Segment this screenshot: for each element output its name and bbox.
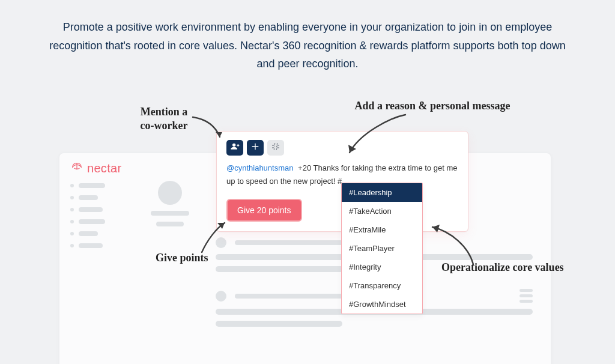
hashtag-option[interactable]: #Leadership: [342, 183, 422, 202]
hashtag-dropdown: #Leadership#TakeAction#ExtraMile#TeamPla…: [341, 183, 423, 314]
hashtag-icon: [271, 142, 280, 154]
menu-icon: [520, 289, 533, 303]
add-points-button[interactable]: [247, 140, 264, 156]
annotation-reason: Add a reason & personal message: [348, 99, 517, 113]
mention-user-button[interactable]: [226, 140, 243, 156]
give-points-button[interactable]: Give 20 points: [226, 199, 302, 222]
mention-text: @cynthiahuntsman: [226, 163, 293, 172]
arrow-reason-icon: [336, 112, 408, 160]
hashtag-option[interactable]: #TakeAction: [342, 202, 422, 220]
brand-name: nectar: [87, 162, 121, 175]
nectar-logo-icon: [70, 162, 83, 175]
arrow-points-icon: [198, 219, 228, 255]
hashtag-option[interactable]: #Transparency: [342, 276, 422, 295]
profile-skeleton: [139, 181, 201, 226]
person-add-icon: [230, 142, 240, 154]
brand: nectar: [70, 162, 121, 175]
annotation-mention: Mention a co-worker: [128, 105, 200, 132]
hashtag-option[interactable]: #TeamPlayer: [342, 239, 422, 258]
add-hashtag-button[interactable]: [267, 140, 284, 156]
arrow-values-icon: [426, 222, 480, 270]
hero-paragraph: Promote a positive work environment by e…: [42, 18, 573, 73]
arrow-mention-icon: [190, 114, 226, 144]
plus-icon: [250, 142, 260, 154]
hashtag-option[interactable]: #Integrity: [342, 258, 422, 276]
svg-marker-1: [348, 145, 356, 153]
sidebar-skeleton: [70, 183, 116, 248]
points-text: +20: [298, 163, 311, 172]
hashtag-option[interactable]: #GrowthMindset: [342, 295, 422, 314]
hashtag-option[interactable]: #ExtraMile: [342, 220, 422, 239]
